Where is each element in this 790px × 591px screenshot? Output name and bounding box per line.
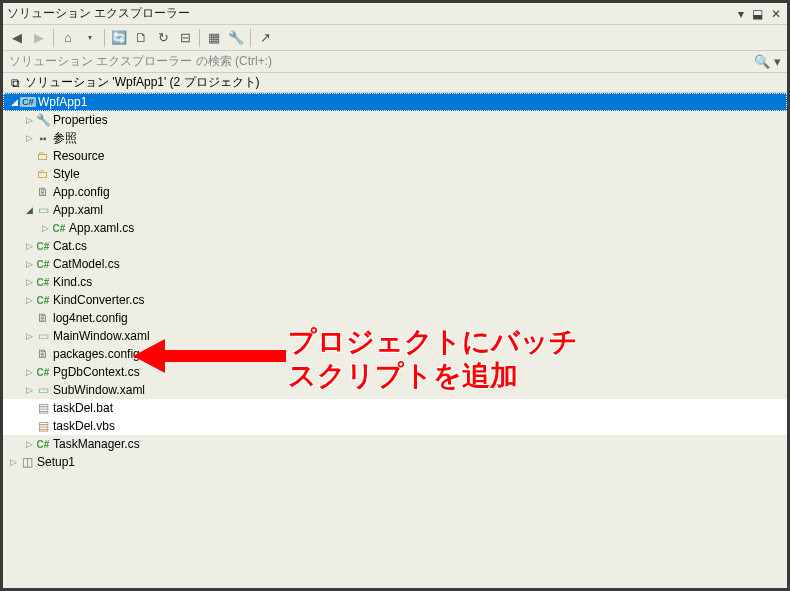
properties-icon: 🔧 <box>228 30 244 45</box>
tree-item-app-config[interactable]: 🗎App.config <box>3 183 787 201</box>
xaml-icon: ▭ <box>35 329 51 343</box>
xaml-icon: ▭ <box>35 383 51 397</box>
tree-item-label: Style <box>53 167 80 181</box>
expander-icon[interactable] <box>23 259 35 269</box>
dropdown-icon[interactable]: ▾ <box>736 7 746 21</box>
search-bar[interactable]: ソリューション エクスプローラー の検索 (Ctrl+:) 🔍 ▾ <box>3 51 787 73</box>
tree-item-cat-cs[interactable]: C#Cat.cs <box>3 237 787 255</box>
tree-item-setup1[interactable]: ◫Setup1 <box>3 453 787 471</box>
tree-item-label: WpfApp1 <box>38 95 87 109</box>
tree-item-properties[interactable]: 🔧Properties <box>3 111 787 129</box>
tree-item-packages-config[interactable]: 🗎packages.config <box>3 345 787 363</box>
pending-button[interactable]: 🗋 <box>131 28 151 48</box>
tree-item-label: Cat.cs <box>53 239 87 253</box>
tree-item-label: 参照 <box>53 130 77 147</box>
tree-item-kind-cs[interactable]: C#Kind.cs <box>3 273 787 291</box>
pending-icon: 🗋 <box>135 30 148 45</box>
expander-icon[interactable] <box>23 115 35 125</box>
tree-item-label: App.config <box>53 185 110 199</box>
tree-item-label: Setup1 <box>37 455 75 469</box>
window-title: ソリューション エクスプローラー <box>7 5 190 22</box>
cs-icon: C# <box>35 365 51 379</box>
expander-icon[interactable] <box>23 385 35 395</box>
cs-icon: C# <box>35 257 51 271</box>
forward-button[interactable]: ▶ <box>29 28 49 48</box>
expander-icon[interactable] <box>23 205 35 215</box>
tree-item-log4net-config[interactable]: 🗎log4net.config <box>3 309 787 327</box>
tree-item-catmodel-cs[interactable]: C#CatModel.cs <box>3 255 787 273</box>
home-button[interactable]: ⌂ <box>58 28 78 48</box>
chevron-down-icon: ▾ <box>88 33 92 42</box>
tree-item-taskmanager-cs[interactable]: C#TaskManager.cs <box>3 435 787 453</box>
home-dropdown[interactable]: ▾ <box>80 28 100 48</box>
separator <box>104 29 105 47</box>
tree-item-pgdbcontext-cs[interactable]: C#PgDbContext.cs <box>3 363 787 381</box>
separator <box>250 29 251 47</box>
solution-icon: ⧉ <box>7 76 23 90</box>
tree-item-resource[interactable]: 🗀Resource <box>3 147 787 165</box>
search-placeholder: ソリューション エクスプローラー の検索 (Ctrl+:) <box>9 53 272 70</box>
pin-icon[interactable]: ⬓ <box>750 7 765 21</box>
cs-icon: C# <box>35 275 51 289</box>
view-code-icon: ↗ <box>260 30 271 45</box>
collapse-button[interactable]: ⊟ <box>175 28 195 48</box>
cs-icon: C# <box>51 221 67 235</box>
toolbar: ◀ ▶ ⌂ ▾ 🔄 🗋 ↻ ⊟ ▦ 🔧 ↗ <box>3 25 787 51</box>
solution-row[interactable]: ⧉ ソリューション 'WpfApp1' (2 プロジェクト) <box>3 73 787 93</box>
cs-icon: C# <box>35 293 51 307</box>
expander-icon[interactable] <box>23 439 35 449</box>
show-all-button[interactable]: ▦ <box>204 28 224 48</box>
folder-icon: 🗀 <box>35 149 51 163</box>
tree-item-taskdel-bat[interactable]: ▤taskDel.bat <box>3 399 787 417</box>
xaml-icon: ▭ <box>35 203 51 217</box>
tree-item-app-xaml[interactable]: ▭App.xaml <box>3 201 787 219</box>
expander-icon[interactable] <box>8 97 20 107</box>
config-icon: 🗎 <box>35 185 51 199</box>
tree-item-label: App.xaml <box>53 203 103 217</box>
tree-item-app-xaml-cs[interactable]: C#App.xaml.cs <box>3 219 787 237</box>
properties-button[interactable]: 🔧 <box>226 28 246 48</box>
tree-item-label: Resource <box>53 149 104 163</box>
cs-icon: C# <box>35 437 51 451</box>
show-all-icon: ▦ <box>208 30 220 45</box>
expander-icon[interactable] <box>39 223 51 233</box>
tree-item-label: Kind.cs <box>53 275 92 289</box>
tree-item-label: Properties <box>53 113 108 127</box>
refresh-icon: ↻ <box>158 30 169 45</box>
separator <box>199 29 200 47</box>
wrench-icon: 🔧 <box>35 113 51 127</box>
solution-tree[interactable]: C#WpfApp1🔧Properties▪▪参照🗀Resource🗀Style🗎… <box>3 93 787 588</box>
tree-item-subwindow-xaml[interactable]: ▭SubWindow.xaml <box>3 381 787 399</box>
home-icon: ⌂ <box>64 30 72 45</box>
ref-icon: ▪▪ <box>35 131 51 145</box>
search-icon[interactable]: 🔍 ▾ <box>754 54 781 69</box>
expander-icon[interactable] <box>23 295 35 305</box>
vbs-icon: ▤ <box>35 419 51 433</box>
tree-item-kindconverter-cs[interactable]: C#KindConverter.cs <box>3 291 787 309</box>
folder-icon: 🗀 <box>35 167 51 181</box>
tree-item--[interactable]: ▪▪参照 <box>3 129 787 147</box>
tree-item-mainwindow-xaml[interactable]: ▭MainWindow.xaml <box>3 327 787 345</box>
expander-icon[interactable] <box>23 331 35 341</box>
proj-icon: C# <box>20 95 36 109</box>
expander-icon[interactable] <box>23 277 35 287</box>
back-button[interactable]: ◀ <box>7 28 27 48</box>
collapse-icon: ⊟ <box>180 30 191 45</box>
separator <box>53 29 54 47</box>
cs-icon: C# <box>35 239 51 253</box>
tree-item-label: App.xaml.cs <box>69 221 134 235</box>
tree-item-label: KindConverter.cs <box>53 293 144 307</box>
sync-button[interactable]: 🔄 <box>109 28 129 48</box>
expander-icon[interactable] <box>23 367 35 377</box>
tree-item-wpfapp1[interactable]: C#WpfApp1 <box>3 93 787 111</box>
close-icon[interactable]: ✕ <box>769 7 783 21</box>
sync-icon: 🔄 <box>111 30 127 45</box>
refresh-button[interactable]: ↻ <box>153 28 173 48</box>
expander-icon[interactable] <box>23 133 35 143</box>
expander-icon[interactable] <box>7 457 19 467</box>
tree-item-taskdel-vbs[interactable]: ▤taskDel.vbs <box>3 417 787 435</box>
tree-item-label: packages.config <box>53 347 140 361</box>
expander-icon[interactable] <box>23 241 35 251</box>
view-code-button[interactable]: ↗ <box>255 28 275 48</box>
tree-item-style[interactable]: 🗀Style <box>3 165 787 183</box>
